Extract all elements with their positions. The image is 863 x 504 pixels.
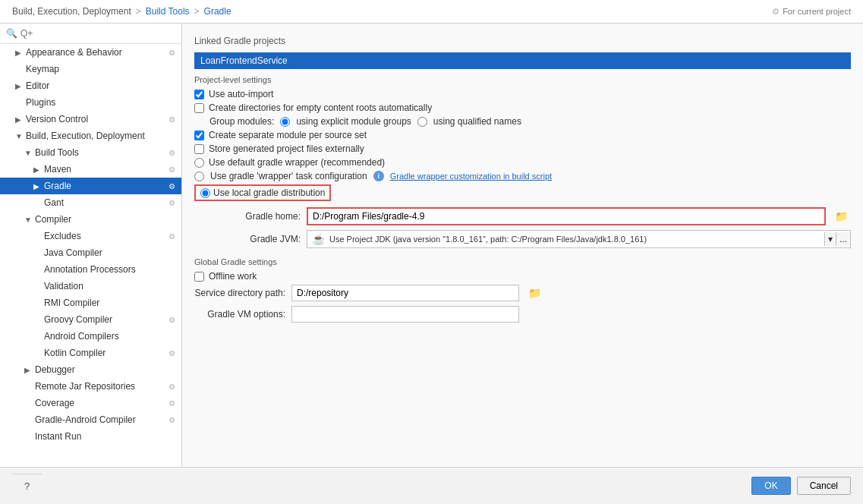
search-icon: 🔍 <box>6 28 17 39</box>
gradle-home-input-container <box>307 207 826 225</box>
store-generated-row: Store generated project files externally <box>194 143 851 154</box>
gradle-vm-input[interactable] <box>291 306 519 323</box>
sidebar-item-label: Kotlin Compiler <box>44 348 106 358</box>
sidebar-item-android[interactable]: Android Compilers <box>0 328 181 345</box>
sidebar-item-gradle-android[interactable]: Gradle-Android Compiler ⚙ <box>0 411 181 428</box>
sidebar-item-validation[interactable]: Validation <box>0 278 181 295</box>
gradle-home-label: Gradle home: <box>209 211 301 222</box>
settings-icon: ⚙ <box>169 232 175 241</box>
linked-project-item[interactable]: LoanFrontendService <box>194 52 851 69</box>
breadcrumb-part1: Build, Execution, Deployment <box>12 6 131 17</box>
gradle-home-input[interactable] <box>308 209 824 224</box>
sidebar-item-version-control[interactable]: ▶ Version Control ⚙ <box>0 111 181 128</box>
store-generated-label: Store generated project files externally <box>209 143 364 154</box>
service-dir-input[interactable] <box>291 285 519 301</box>
sidebar-item-label: Gradle <box>44 181 71 191</box>
group-qualified-label: using qualified names <box>433 116 521 127</box>
sidebar-item-debugger[interactable]: ▶ Debugger <box>0 361 181 378</box>
settings-icon: ⚙ <box>169 182 175 191</box>
sidebar-item-excludes[interactable]: Excludes ⚙ <box>0 228 181 244</box>
jvm-dropdown-arrow[interactable]: ▾ <box>824 232 836 246</box>
help-button[interactable]: ? <box>12 474 42 498</box>
arrow-icon: ▼ <box>15 132 23 140</box>
sidebar-item-instant-run[interactable]: Instant Run <box>0 428 181 445</box>
arrow-icon: ▶ <box>15 82 23 90</box>
for-project-indicator: ⚙ For current project <box>772 7 851 17</box>
search-box[interactable]: 🔍 <box>0 24 181 44</box>
use-local-gradle-label: Use local gradle distribution <box>213 187 325 198</box>
project-level-label: Project-level settings <box>194 75 851 84</box>
sidebar-item-label: Android Compilers <box>44 331 119 342</box>
service-dir-browse-button[interactable]: 📁 <box>525 287 544 299</box>
group-modules-label: Group modules: <box>209 116 274 127</box>
settings-icon: ⚙ <box>169 399 175 408</box>
group-explicit-radio[interactable] <box>280 117 290 127</box>
sidebar-item-label: Java Compiler <box>44 247 102 258</box>
linked-projects-label: Linked Gradle projects <box>194 36 851 46</box>
jvm-more-button[interactable]: ... <box>836 232 850 246</box>
create-dirs-row: Create directories for empty content roo… <box>194 102 851 113</box>
service-dir-row: Service directory path: 📁 <box>194 285 851 301</box>
sidebar-item-build-tools[interactable]: ▼ Build Tools ⚙ <box>0 144 181 161</box>
group-qualified-radio[interactable] <box>417 117 427 127</box>
sidebar-item-groovy[interactable]: Groovy Compiler ⚙ <box>0 311 181 328</box>
settings-icon: ⚙ <box>169 165 175 174</box>
sidebar-item-build-exec[interactable]: ▼ Build, Execution, Deployment <box>0 128 181 144</box>
sidebar-item-gant[interactable]: Gant ⚙ <box>0 194 181 211</box>
use-auto-import-checkbox[interactable] <box>194 90 204 99</box>
jvm-value-text: Use Project JDK (java version "1.8.0_161… <box>329 235 647 244</box>
gradle-home-browse-button[interactable]: 📁 <box>832 210 851 222</box>
cancel-button[interactable]: Cancel <box>797 477 851 495</box>
sidebar-item-label: Coverage <box>35 398 74 408</box>
use-wrapper-task-radio[interactable] <box>194 172 204 181</box>
sidebar-item-java-compiler[interactable]: Java Compiler <box>0 244 181 261</box>
use-default-wrapper-radio[interactable] <box>194 158 204 168</box>
gradle-jvm-dropdown[interactable]: ☕ Use Project JDK (java version "1.8.0_1… <box>307 230 851 248</box>
sidebar-item-annotation[interactable]: Annotation Processors <box>0 261 181 278</box>
jdk-icon: ☕ <box>312 233 325 245</box>
settings-icon: ⚙ <box>169 349 175 358</box>
ok-button[interactable]: OK <box>751 477 790 495</box>
sidebar-item-label: Gradle-Android Compiler <box>35 414 136 425</box>
sidebar-item-label: Compiler <box>35 214 71 225</box>
sidebar-item-keymap[interactable]: Keymap <box>0 61 181 77</box>
sidebar-item-label: Version Control <box>26 114 88 124</box>
arrow-icon: ▶ <box>33 182 41 191</box>
sidebar-item-label: Editor <box>26 80 49 91</box>
sidebar-item-label: RMI Compiler <box>44 298 99 308</box>
store-generated-checkbox[interactable] <box>194 144 204 154</box>
settings-icon: ⚙ <box>169 416 175 424</box>
sidebar-item-remote-jar[interactable]: Remote Jar Repositories ⚙ <box>0 378 181 395</box>
settings-icon: ⚙ <box>169 115 175 124</box>
arrow-icon: ▶ <box>24 366 32 374</box>
settings-icon: ⚙ <box>169 383 175 391</box>
use-default-wrapper-row: Use default gradle wrapper (recommended) <box>194 157 851 168</box>
sidebar-item-label: Build, Execution, Deployment <box>26 131 145 141</box>
search-input[interactable] <box>20 28 175 39</box>
breadcrumb-part3: Gradle <box>204 6 231 17</box>
arrow-icon: ▶ <box>33 165 41 174</box>
gradle-vm-row: Gradle VM options: <box>194 306 851 323</box>
breadcrumb-bar: Build, Execution, Deployment > Build Too… <box>0 0 863 24</box>
sidebar-item-plugins[interactable]: Plugins <box>0 94 181 111</box>
use-local-gradle-radio[interactable] <box>200 188 210 198</box>
sidebar-item-label: Debugger <box>35 364 75 375</box>
create-separate-checkbox[interactable] <box>194 131 204 140</box>
offline-work-checkbox[interactable] <box>194 272 204 282</box>
sidebar-item-rmi[interactable]: RMI Compiler <box>0 295 181 311</box>
sidebar-item-maven[interactable]: ▶ Maven ⚙ <box>0 161 181 178</box>
sidebar-item-gradle[interactable]: ▶ Gradle ⚙ <box>0 178 181 194</box>
sidebar-item-kotlin[interactable]: Kotlin Compiler ⚙ <box>0 345 181 361</box>
sidebar-item-editor[interactable]: ▶ Editor <box>0 77 181 94</box>
arrow-icon: ▶ <box>15 49 23 57</box>
create-separate-label: Create separate module per source set <box>209 130 367 140</box>
use-wrapper-task-label: Use gradle 'wrapper' task configuration <box>210 171 367 181</box>
gradle-settings-panel: Linked Gradle projects LoanFrontendServi… <box>182 24 863 467</box>
sidebar-item-appearance[interactable]: ▶ Appearance & Behavior ⚙ <box>0 44 181 61</box>
sidebar-item-coverage[interactable]: Coverage ⚙ <box>0 395 181 411</box>
create-dirs-checkbox[interactable] <box>194 103 204 113</box>
settings-icon: ⚙ <box>169 49 175 57</box>
breadcrumb-sep1: > <box>136 6 141 17</box>
gradle-wrapper-link[interactable]: Gradle wrapper customization in build sc… <box>390 172 552 181</box>
sidebar-item-compiler[interactable]: ▼ Compiler <box>0 211 181 228</box>
